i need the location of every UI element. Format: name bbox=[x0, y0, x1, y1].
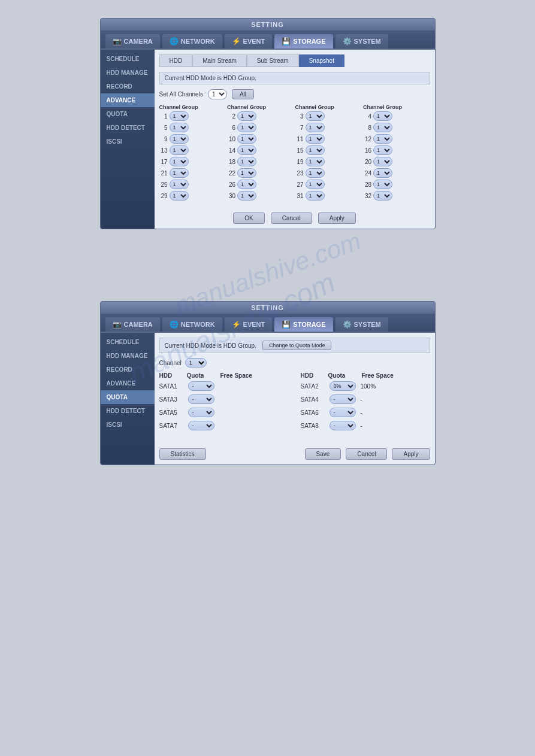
freespace-header-right: Free Space bbox=[362, 372, 404, 379]
channel-select-27[interactable]: 1 bbox=[306, 180, 325, 189]
channel-cell-10: 101 bbox=[227, 134, 294, 144]
tab-network-2[interactable]: 🌐 NETWORK bbox=[162, 317, 222, 332]
tab-storage-2[interactable]: 💾 STORAGE bbox=[274, 317, 333, 332]
channel-select-20[interactable]: 1 bbox=[373, 157, 392, 166]
all-button[interactable]: All bbox=[232, 89, 254, 99]
sata1-quota-select[interactable]: - bbox=[188, 381, 214, 391]
sidebar-quota-2[interactable]: QUOTA bbox=[101, 390, 155, 404]
cancel-button-1[interactable]: Cancel bbox=[271, 212, 312, 224]
sidebar-schedule-2[interactable]: SCHEDULE bbox=[101, 335, 155, 349]
channel-select-18[interactable]: 1 bbox=[237, 157, 256, 166]
sidebar-hdd-detect-2[interactable]: HDD DETECT bbox=[101, 404, 155, 418]
sata4-name: SATA4 bbox=[301, 396, 325, 403]
channel-num-29: 29 bbox=[159, 193, 168, 199]
channel-select-21[interactable]: 1 bbox=[170, 168, 189, 178]
sidebar-quota-1[interactable]: QUOTA bbox=[101, 107, 155, 121]
sata4-quota-select[interactable]: - bbox=[330, 394, 356, 404]
tab-camera-1[interactable]: 📷 CAMERA bbox=[105, 34, 160, 48]
quota-row-sata7: SATA7 - bbox=[159, 421, 289, 430]
sidebar-iscsi-1[interactable]: ISCSI bbox=[101, 135, 155, 148]
tab-event-1[interactable]: ⚡ EVENT bbox=[225, 34, 273, 48]
channel-num-12: 12 bbox=[363, 136, 371, 142]
tab-event-2[interactable]: ⚡ EVENT bbox=[225, 317, 273, 332]
channel-num-2: 2 bbox=[227, 113, 235, 120]
ok-button-1[interactable]: OK bbox=[233, 212, 264, 224]
channel-num-3: 3 bbox=[295, 113, 304, 120]
sidebar-hdd-manage-1[interactable]: HDD MANAGE bbox=[101, 66, 155, 80]
channel-select-13[interactable]: 1 bbox=[170, 145, 189, 155]
sidebar-hdd-detect-1[interactable]: HDD DETECT bbox=[101, 121, 155, 135]
sub-tab-sub-stream[interactable]: Sub Stream bbox=[247, 54, 299, 67]
sata7-name: SATA7 bbox=[159, 423, 183, 429]
sub-tab-main-stream[interactable]: Main Stream bbox=[192, 54, 247, 67]
sidebar-hdd-manage-2[interactable]: HDD MANAGE bbox=[101, 349, 155, 363]
sidebar-iscsi-2[interactable]: ISCSI bbox=[101, 418, 155, 432]
channel-select-29[interactable]: 1 bbox=[170, 191, 189, 201]
tab-camera-2[interactable]: 📷 CAMERA bbox=[105, 317, 160, 332]
channel-select-32[interactable]: 1 bbox=[373, 191, 392, 201]
change-mode-button[interactable]: Change to Quota Mode bbox=[262, 341, 332, 350]
channel-cell-19: 191 bbox=[295, 157, 362, 166]
tab-storage-1[interactable]: 💾 STORAGE bbox=[274, 34, 333, 48]
channel-select-9[interactable]: 1 bbox=[170, 134, 189, 144]
channel-select-31[interactable]: 1 bbox=[306, 191, 325, 201]
sata8-quota-select[interactable]: - bbox=[330, 421, 356, 430]
sata6-freespace: - bbox=[361, 409, 391, 416]
sidebar-record-1[interactable]: RECORD bbox=[101, 80, 155, 93]
sata7-quota-select[interactable]: - bbox=[188, 421, 214, 430]
sata2-name: SATA2 bbox=[301, 383, 325, 390]
sidebar-advance-1[interactable]: ADVANCE bbox=[101, 93, 155, 107]
col-header-3: Channel Group bbox=[295, 104, 362, 111]
channel-select-15[interactable]: 1 bbox=[306, 145, 325, 155]
channel-select-10[interactable]: 1 bbox=[237, 134, 256, 144]
tab-system-1[interactable]: ⚙️ SYSTEM bbox=[335, 34, 388, 48]
cancel-button-2[interactable]: Cancel bbox=[346, 448, 387, 460]
sub-tab-snapshot[interactable]: Snapshot bbox=[299, 54, 344, 67]
channel-select-7[interactable]: 1 bbox=[306, 123, 325, 132]
channel-select-1[interactable]: 1 bbox=[170, 111, 189, 121]
channel-select-19[interactable]: 1 bbox=[306, 157, 325, 166]
channel-select-24[interactable]: 1 bbox=[373, 168, 392, 178]
tab-network-1[interactable]: 🌐 NETWORK bbox=[162, 34, 222, 48]
channel-num-23: 23 bbox=[295, 170, 304, 177]
sata3-quota-select[interactable]: - bbox=[188, 394, 214, 404]
sidebar-advance-2[interactable]: ADVANCE bbox=[101, 377, 155, 390]
channel-select-6[interactable]: 1 bbox=[237, 123, 256, 132]
channel-select-3[interactable]: 1 bbox=[306, 111, 325, 121]
channel-select-8[interactable]: 1 bbox=[373, 123, 392, 132]
sidebar-schedule-1[interactable]: SCHEDULE bbox=[101, 52, 155, 66]
channel-select-5[interactable]: 1 bbox=[170, 123, 189, 132]
statistics-button[interactable]: Statistics bbox=[159, 448, 206, 460]
channel-select-28[interactable]: 1 bbox=[373, 180, 392, 189]
quota-right-section: HDD Quota Free Space SATA2 0% 100% SA bbox=[301, 372, 430, 434]
sata5-quota-select[interactable]: - bbox=[188, 408, 214, 417]
channel-select[interactable]: 1 bbox=[185, 358, 207, 368]
sata2-quota-select[interactable]: 0% bbox=[330, 381, 356, 391]
sub-tab-hdd[interactable]: HDD bbox=[159, 54, 193, 67]
channel-select-17[interactable]: 1 bbox=[170, 157, 189, 166]
panel2-title: SETTING bbox=[101, 302, 435, 314]
channel-select-12[interactable]: 1 bbox=[373, 134, 392, 144]
apply-button-2[interactable]: Apply bbox=[392, 448, 430, 460]
channel-select-30[interactable]: 1 bbox=[237, 191, 256, 201]
channel-select-4[interactable]: 1 bbox=[373, 111, 392, 121]
quota-row-sata1: SATA1 - bbox=[159, 381, 289, 391]
channel-select-16[interactable]: 1 bbox=[373, 145, 392, 155]
channel-select-26[interactable]: 1 bbox=[237, 180, 256, 189]
event-icon-1: ⚡ bbox=[232, 37, 241, 45]
channel-select-11[interactable]: 1 bbox=[306, 134, 325, 144]
set-all-select[interactable]: 1234 bbox=[208, 89, 227, 99]
channel-cell-22: 221 bbox=[227, 168, 294, 178]
channel-select-23[interactable]: 1 bbox=[306, 168, 325, 178]
channel-num-10: 10 bbox=[227, 136, 235, 142]
channel-select-25[interactable]: 1 bbox=[170, 180, 189, 189]
channel-select-14[interactable]: 1 bbox=[237, 145, 256, 155]
channel-select-2[interactable]: 1 bbox=[237, 111, 256, 121]
tab-event-label-1: EVENT bbox=[243, 38, 265, 45]
channel-select-22[interactable]: 1 bbox=[237, 168, 256, 178]
sata6-quota-select[interactable]: - bbox=[330, 408, 356, 417]
tab-system-2[interactable]: ⚙️ SYSTEM bbox=[335, 317, 388, 332]
apply-button-1[interactable]: Apply bbox=[318, 212, 356, 224]
save-button[interactable]: Save bbox=[305, 448, 341, 460]
sidebar-record-2[interactable]: RECORD bbox=[101, 363, 155, 377]
